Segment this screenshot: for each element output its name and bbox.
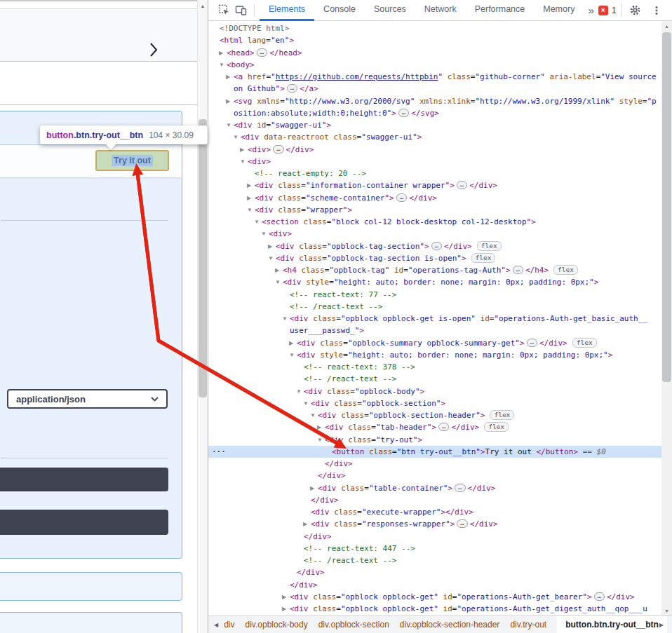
tab-performance[interactable]: Performance [466,0,535,21]
row-hover-dots-icon[interactable]: ··· [212,446,226,458]
flex-badge[interactable]: flex [484,422,509,432]
flex-badge[interactable]: flex [553,265,578,275]
dom-row[interactable]: ▶<div>…</div> [208,144,661,156]
opblock-tag-section-collapsed[interactable] [0,9,197,62]
dom-row[interactable]: ▶<div class="opblock opblock-get" id="op… [208,603,661,615]
twisty-collapsed-icon[interactable]: ▶ [247,179,255,191]
dom-row[interactable]: ▼<div id="swagger-ui"> [208,119,661,131]
error-indicator[interactable]: × 1 [598,6,617,15]
dom-row[interactable]: ▶<div class="opblock opblock-get" id="op… [208,591,661,603]
twisty-collapsed-icon[interactable]: ▶ [303,518,311,530]
twisty-collapsed-icon[interactable]: ▶ [282,591,290,603]
expand-ellipsis-button[interactable]: … [287,84,297,93]
twisty-expanded-icon[interactable]: ▼ [240,156,248,168]
scroll-down-icon[interactable]: ▼ [661,608,672,613]
twisty-expanded-icon[interactable]: ▼ [219,59,227,71]
settings-gear-icon[interactable] [627,1,644,20]
expand-ellipsis-button[interactable]: … [457,181,467,189]
tab-memory[interactable]: Memory [534,0,584,21]
close-icon[interactable] [669,1,672,20]
twisty-expanded-icon[interactable]: ▼ [226,119,234,131]
page-scrollbar[interactable]: ▲ [197,0,208,633]
expand-ellipsis-button[interactable]: … [438,423,449,431]
dom-row[interactable]: <!-- /react-text --> [208,554,661,566]
dom-row[interactable]: ▼<div> [208,156,661,168]
expand-ellipsis-button[interactable]: … [594,592,605,601]
dom-row[interactable]: user___passwd_"> [208,325,661,336]
dom-row[interactable]: ▶<a href="https://github.com/requests/ht… [208,71,661,83]
tab-sources[interactable]: Sources [365,0,415,21]
breadcrumb-item[interactable]: div.opblock-section-header [400,620,500,629]
twisty-collapsed-icon[interactable]: ▶ [219,47,227,59]
twisty-expanded-icon[interactable]: ▼ [296,386,304,397]
dom-row[interactable]: ▼<div class="try-out"> [208,434,661,446]
tab-network[interactable]: Network [415,0,466,21]
dom-row[interactable]: <html lang="en"> [208,34,661,46]
dom-row[interactable]: <!-- react-text: 447 --> [208,543,661,554]
twisty-expanded-icon[interactable]: ▼ [233,131,241,143]
twisty-expanded-icon[interactable]: ▼ [261,228,269,240]
device-toolbar-icon[interactable] [232,1,249,20]
dom-row[interactable]: ▶<div class="information-container wrapp… [208,179,661,191]
dom-row[interactable]: ▼<div class="opblock-body"> [208,386,661,397]
dom-row[interactable]: ▼<div class="opblock opblock-get is-open… [208,313,661,325]
flex-badge[interactable]: flex [572,338,597,348]
devtools-scrollbar-thumb[interactable] [662,32,671,382]
dom-row[interactable]: ▶<div class="opblock-tag-section">…</div… [208,240,661,252]
page-scrollbar-thumb[interactable] [199,119,207,397]
scroll-up-icon[interactable]: ▲ [198,4,208,8]
dom-row[interactable]: ▼<div class="opblock-section-header">fle… [208,409,661,421]
breadcrumb-item[interactable]: div.try-out [510,620,546,629]
dom-row[interactable]: ▼<body> [208,59,661,71]
expand-ellipsis-button[interactable]: … [257,48,267,57]
dom-row[interactable]: ▼<div class="wrapper"> [208,204,661,216]
expand-ellipsis-button[interactable]: … [455,484,465,492]
dom-row[interactable]: ▼<div style="height: auto; border: none;… [208,276,661,288]
twisty-expanded-icon[interactable]: ▼ [254,216,262,228]
more-tabs-icon[interactable]: » [584,4,598,16]
twisty-expanded-icon[interactable]: ▼ [303,397,311,409]
twisty-expanded-icon[interactable]: ▼ [282,313,290,325]
expand-ellipsis-button[interactable]: … [273,145,283,154]
breadcrumb-item[interactable]: div.opblock-section [318,620,389,629]
dom-row[interactable]: <!-- react-empty: 20 --> [208,168,661,179]
twisty-collapsed-icon[interactable]: ▶ [226,95,234,107]
expand-ellipsis-button[interactable]: … [431,242,442,250]
dom-row[interactable]: ▶<div class="responses-wrapper">…</div> [208,518,661,530]
dom-row[interactable]: </div> [208,458,661,470]
dom-row[interactable]: </div> [208,566,661,578]
expand-ellipsis-button[interactable]: … [396,193,407,202]
dom-row[interactable]: <!-- react-text: 77 --> [208,289,661,301]
chevron-right-icon[interactable] [149,42,159,60]
dom-row[interactable]: ▶<svg xmlns="http://www.w3.org/2000/svg"… [208,95,661,107]
kebab-menu-icon[interactable] [648,1,665,20]
twisty-collapsed-icon[interactable]: ▶ [226,71,234,83]
dom-row[interactable]: ▼<div class="opblock-tag-section is-open… [208,252,661,264]
opblock-get-collapsed[interactable] [0,612,182,633]
flex-badge[interactable]: flex [471,253,496,263]
dom-row-selected[interactable]: ···<button class="btn try-out__btn">Try … [208,446,661,458]
dom-row[interactable]: <!-- react-text: 378 --> [208,361,661,373]
dom-row[interactable]: </div> [208,470,661,482]
devtools-scrollbar[interactable]: ▲ ▼ [661,21,672,615]
expand-ellipsis-button[interactable]: … [527,339,537,347]
breadcrumb-item[interactable]: div [224,620,234,629]
dom-row[interactable]: </div> [208,531,661,543]
twisty-expanded-icon[interactable]: ▼ [268,252,276,264]
dom-row[interactable]: ▶<div class="opblock-summary opblock-sum… [208,337,661,349]
dom-row[interactable]: <!DOCTYPE html> [208,22,661,34]
dom-row[interactable]: <div class="execute-wrapper"></div> [208,506,661,518]
breadcrumb-item[interactable]: div.opblock-body [246,620,308,629]
dom-row[interactable]: ▼<section class="block col-12 block-desk… [208,216,661,228]
dom-row[interactable]: ▶<div class="scheme-container">…</div> [208,192,661,204]
twisty-collapsed-icon[interactable]: ▶ [317,421,325,433]
flex-badge[interactable]: flex [490,410,514,420]
twisty-collapsed-icon[interactable]: ▶ [247,192,255,204]
dom-row[interactable]: ▼<div data-reactroot class="swagger-ui"> [208,131,661,143]
breadcrumb-right-icon[interactable]: ▶ [659,622,664,628]
dom-row[interactable]: <!-- /react-text --> [208,301,661,313]
dom-row[interactable]: ▼<div style="height: auto; border: none;… [208,349,661,361]
twisty-expanded-icon[interactable]: ▼ [289,349,297,361]
twisty-collapsed-icon[interactable]: ▶ [289,337,297,349]
opblock-tag-section-open-header[interactable] [0,62,197,105]
